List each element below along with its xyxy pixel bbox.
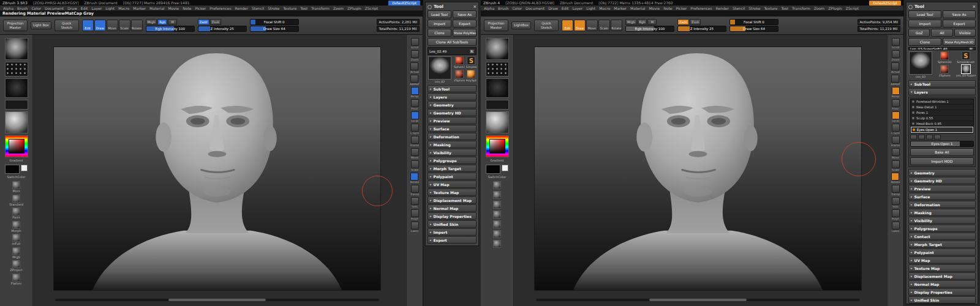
restore-config-button[interactable]: R <box>469 49 475 54</box>
menu-item[interactable]: Texture <box>764 6 777 10</box>
layer-row[interactable]: Eyes-Open 1 <box>911 127 973 133</box>
menu-item[interactable]: Alpha <box>484 6 494 10</box>
right-shelf-button[interactable]: Move <box>411 148 419 159</box>
right-shelf-button[interactable]: Lasso <box>411 222 419 233</box>
menu-item[interactable]: Preferences <box>690 6 712 10</box>
right-shelf-button[interactable]: Move <box>892 148 900 159</box>
tool-slot[interactable]: Sphere3D <box>454 56 465 69</box>
goz-button[interactable]: GoZ <box>908 29 930 37</box>
tool-section-bar[interactable]: Geometry <box>428 101 477 108</box>
active-tool-thumbnail[interactable] <box>909 51 932 75</box>
make-polymesh3d-button[interactable]: Make PolyMesh3D <box>943 38 976 46</box>
tool-section-bar[interactable]: Surface <box>908 193 976 200</box>
right-shelf-button[interactable]: Lasso <box>892 222 900 233</box>
tool-section-bar[interactable]: Geometry HD <box>908 177 976 184</box>
close-icon[interactable]: × <box>473 5 477 9</box>
tool-section-bar[interactable]: Layers <box>428 93 477 100</box>
mode-button[interactable]: Move <box>586 20 598 31</box>
color-picker-square[interactable] <box>489 139 505 154</box>
palette-header[interactable]: Tool × <box>908 4 976 9</box>
tool-section-bar[interactable]: Polypaint <box>428 173 477 180</box>
layer-row[interactable]: Forehead-Wrinkles 1 <box>911 99 973 105</box>
close-icon[interactable]: × <box>972 5 976 9</box>
layer-record-icon[interactable] <box>912 122 914 125</box>
palette-header[interactable]: Tool × <box>428 4 477 9</box>
sidebar-tool-item[interactable]: Mrgb <box>12 247 20 259</box>
menu-item[interactable]: Zoom <box>333 6 344 10</box>
tool-slot[interactable]: Leo_03-Supersoft <box>956 65 976 77</box>
right-shelf-button[interactable]: Zoom <box>892 50 900 61</box>
main-color-swatch[interactable] <box>486 165 500 174</box>
layer-record-icon[interactable] <box>912 106 914 108</box>
mode-button[interactable]: Scale <box>119 20 130 31</box>
menu-item[interactable]: Material <box>630 6 645 10</box>
layer-record-icon[interactable] <box>912 111 914 114</box>
sculpt-mode-button[interactable]: Zadd <box>198 19 209 25</box>
menu-item[interactable]: Stroke <box>748 6 760 10</box>
alt-color-swatch[interactable] <box>21 165 28 171</box>
tool-slot[interactable]: PolySphere_1 <box>466 70 477 82</box>
bake-all-button[interactable]: Bake All <box>910 148 974 156</box>
active-tool-thumbnail[interactable] <box>428 56 451 80</box>
scrollbar-thumb[interactable] <box>168 299 266 301</box>
menu-item[interactable]: Alpha <box>3 6 13 10</box>
subtool-section-bar[interactable]: SubTool <box>908 80 976 88</box>
tool-section-bar[interactable]: Surface <box>428 125 477 132</box>
mode-button[interactable]: Rotate <box>611 20 622 31</box>
paint-mode-button[interactable]: M <box>168 19 177 25</box>
tool-section-bar[interactable]: Masking <box>908 209 976 216</box>
export-button[interactable]: Export <box>943 20 976 28</box>
sidebar-tool-item[interactable] <box>493 240 501 248</box>
horizontal-scrollbar[interactable] <box>55 299 379 301</box>
menu-item[interactable]: Color <box>31 6 41 10</box>
tool-section-bar[interactable]: Visibility <box>428 149 477 156</box>
menu-item[interactable]: Note <box>183 6 191 10</box>
tool-slot[interactable]: SimpleBrush <box>466 56 477 69</box>
right-shelf-button[interactable]: AAHalf <box>891 75 900 86</box>
clone-all-subtools-button[interactable]: Clone All SubTools <box>428 38 477 46</box>
import-button[interactable]: Import <box>428 20 451 28</box>
menu-item[interactable]: Document <box>526 6 545 10</box>
menu-item[interactable]: Brush <box>498 6 508 10</box>
clone-button[interactable]: Clone <box>908 38 941 46</box>
quick-sketch-button[interactable]: Quick Sketch <box>534 20 559 32</box>
menu-item[interactable]: ZScript <box>365 6 379 10</box>
sidebar-tool-item[interactable] <box>493 220 501 229</box>
sidebar-tool-item[interactable]: Standard <box>9 195 23 207</box>
menu-item[interactable]: ZPlugin <box>828 6 842 10</box>
layer-record-icon[interactable] <box>913 129 915 131</box>
viewport-canvas[interactable] <box>33 35 406 306</box>
import-mdd-button[interactable]: Import MDD <box>910 157 974 165</box>
tool-section-bar[interactable]: Preview <box>908 185 976 192</box>
menu-item[interactable]: Edit <box>562 6 569 10</box>
right-shelf-button[interactable]: Persp <box>411 87 419 98</box>
light-box-button[interactable]: Light Box <box>31 21 51 29</box>
right-shelf-button[interactable]: Local <box>892 111 900 122</box>
stroke-thumbnail[interactable] <box>5 62 28 76</box>
right-shelf-button[interactable]: PolyF <box>411 209 419 220</box>
right-shelf-button[interactable]: Scroll <box>892 38 900 49</box>
color-picker[interactable] <box>486 135 509 157</box>
menu-item[interactable]: Macro <box>599 6 610 10</box>
layer-row[interactable]: Head-Back 0.85 <box>911 121 973 127</box>
default-zscript-button[interactable]: DefaultZScript <box>869 1 901 6</box>
menu-item[interactable]: Tool <box>781 6 788 10</box>
tool-section-bar[interactable]: Polypaint <box>908 248 976 256</box>
current-tool-selector[interactable]: Leo_03-SuperSoft1.48 R <box>908 47 976 50</box>
menu-item[interactable]: Tool <box>300 6 307 10</box>
layer-record-icon[interactable] <box>912 117 914 119</box>
texture-thumbnail[interactable] <box>486 100 509 110</box>
tool-slot[interactable]: Sphere3D <box>935 51 955 64</box>
sidebar-tool-item[interactable] <box>493 230 501 239</box>
paint-mode-button[interactable]: Rgb <box>638 19 647 25</box>
current-tool-selector[interactable]: Leo_02.49 R <box>428 47 477 55</box>
paint-mode-button[interactable]: Mrgb <box>146 19 157 25</box>
tool-section-bar[interactable]: Unified Skin <box>428 220 477 228</box>
paint-mode-button[interactable]: Rgb <box>157 19 167 25</box>
import-button[interactable]: Import <box>908 20 941 28</box>
menu-item[interactable]: Material <box>149 6 164 10</box>
menu-item[interactable]: Render <box>716 6 729 10</box>
palette-menu-icon[interactable] <box>908 5 913 9</box>
right-shelf-button[interactable]: Scale <box>411 160 419 171</box>
mode-button[interactable]: Edit <box>82 20 94 31</box>
